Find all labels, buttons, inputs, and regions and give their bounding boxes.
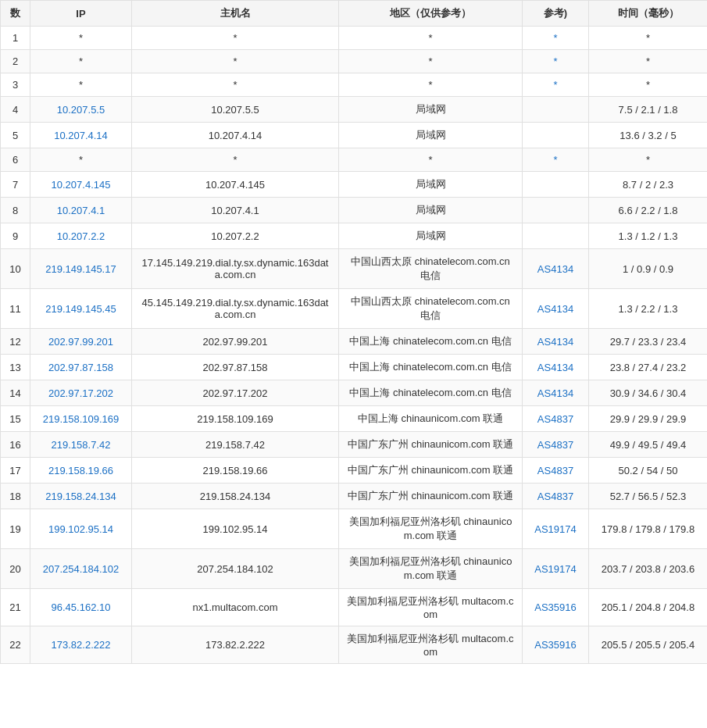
ip-link[interactable]: 10.207.5.5 (57, 104, 105, 116)
cell-ip[interactable]: 10.207.5.5 (30, 97, 132, 123)
ip-link[interactable]: 10.207.4.145 (52, 179, 111, 191)
asn-link[interactable]: * (553, 154, 557, 166)
ip-link[interactable]: 219.158.24.134 (45, 491, 116, 502)
cell-asn[interactable]: * (523, 27, 589, 50)
cell-ip[interactable]: 202.97.99.201 (30, 329, 132, 355)
cell-host: nx1.multacom.com (132, 589, 339, 626)
asn-link[interactable]: AS35916 (534, 601, 577, 613)
asn-link[interactable]: AS4134 (537, 336, 573, 348)
asn-link[interactable]: AS4134 (537, 303, 573, 315)
asn-link[interactable]: AS4837 (537, 465, 573, 476)
cell-num: 19 (1, 509, 30, 549)
cell-ip[interactable]: 202.97.17.202 (30, 380, 132, 406)
cell-num: 10 (1, 249, 30, 289)
cell-host: 45.145.149.219.dial.ty.sx.dynamic.163dat… (132, 289, 339, 329)
cell-ip[interactable]: 10.207.2.2 (30, 223, 132, 249)
ip-link[interactable]: 10.207.2.2 (57, 230, 105, 242)
cell-ip[interactable]: 10.207.4.1 (30, 198, 132, 223)
asn-link[interactable]: AS4837 (537, 491, 573, 502)
cell-host: * (132, 27, 339, 50)
ip-link[interactable]: 202.97.87.158 (48, 362, 113, 373)
asn-link[interactable]: * (553, 32, 557, 44)
cell-time: 23.8 / 27.4 / 23.2 (589, 355, 708, 380)
asn-link[interactable]: AS4134 (537, 263, 573, 275)
cell-region: 中国上海 chinatelecom.com.cn 电信 (339, 329, 523, 355)
ip-link[interactable]: 219.149.145.45 (45, 303, 116, 315)
cell-ip[interactable]: 10.207.4.14 (30, 123, 132, 148)
cell-ip[interactable]: 219.149.145.45 (30, 289, 132, 329)
cell-asn[interactable]: AS4134 (523, 289, 589, 329)
cell-asn[interactable]: AS35916 (523, 589, 589, 626)
cell-ip: * (30, 148, 132, 172)
cell-ip[interactable]: 207.254.184.102 (30, 549, 132, 589)
cell-num: 20 (1, 549, 30, 589)
ip-link[interactable]: 207.254.184.102 (43, 563, 120, 575)
cell-asn[interactable]: AS35916 (523, 626, 589, 664)
cell-asn[interactable]: AS19174 (523, 549, 589, 589)
ip-link[interactable]: 96.45.162.10 (52, 601, 111, 613)
asn-link[interactable]: AS19174 (534, 563, 577, 575)
cell-ip[interactable]: 219.158.19.66 (30, 458, 132, 484)
cell-ip[interactable]: 96.45.162.10 (30, 589, 132, 626)
cell-num: 12 (1, 329, 30, 355)
cell-ip[interactable]: 219.158.7.42 (30, 432, 132, 458)
cell-asn[interactable]: * (523, 50, 589, 73)
cell-asn[interactable]: AS4134 (523, 380, 589, 406)
ip-link[interactable]: 219.158.109.169 (43, 413, 120, 425)
cell-asn[interactable]: AS4837 (523, 406, 589, 432)
cell-asn[interactable]: * (523, 148, 589, 172)
ip-link[interactable]: 10.207.4.1 (57, 205, 105, 216)
cell-host: 219.158.24.134 (132, 484, 339, 509)
asn-link[interactable]: AS35916 (534, 639, 577, 651)
asn-link[interactable]: AS4837 (537, 439, 573, 451)
cell-num: 17 (1, 458, 30, 484)
cell-num: 6 (1, 148, 30, 172)
cell-ip[interactable]: 219.158.24.134 (30, 484, 132, 509)
cell-host: 207.254.184.102 (132, 549, 339, 589)
table-row: 6***** (1, 148, 708, 172)
cell-time: 1 / 0.9 / 0.9 (589, 249, 708, 289)
cell-host: 219.158.109.169 (132, 406, 339, 432)
header-asn: 参考) (523, 1, 589, 27)
cell-ip: * (30, 27, 132, 50)
ip-link[interactable]: 173.82.2.222 (52, 639, 111, 651)
cell-ip[interactable]: 173.82.2.222 (30, 626, 132, 664)
cell-asn[interactable]: AS4134 (523, 355, 589, 380)
cell-asn[interactable]: AS4837 (523, 432, 589, 458)
cell-num: 14 (1, 380, 30, 406)
ip-link[interactable]: 202.97.99.201 (48, 336, 113, 348)
cell-asn[interactable]: AS4837 (523, 484, 589, 509)
cell-asn[interactable]: AS19174 (523, 509, 589, 549)
cell-ip[interactable]: 199.102.95.14 (30, 509, 132, 549)
cell-ip[interactable]: 10.207.4.145 (30, 172, 132, 198)
cell-region: 中国广东广州 chinaunicom.com 联通 (339, 458, 523, 484)
cell-region: * (339, 73, 523, 97)
cell-ip[interactable]: 219.149.145.17 (30, 249, 132, 289)
cell-num: 15 (1, 406, 30, 432)
cell-asn[interactable]: AS4837 (523, 458, 589, 484)
cell-time: 13.6 / 3.2 / 5 (589, 123, 708, 148)
ip-link[interactable]: 219.158.19.66 (48, 465, 113, 476)
cell-asn[interactable]: * (523, 73, 589, 97)
ip-link[interactable]: 219.149.145.17 (45, 263, 116, 275)
cell-time: 52.7 / 56.5 / 52.3 (589, 484, 708, 509)
asn-link[interactable]: * (553, 79, 557, 91)
cell-time: 1.3 / 2.2 / 1.3 (589, 289, 708, 329)
table-row: 710.207.4.14510.207.4.145局域网8.7 / 2 / 2.… (1, 172, 708, 198)
cell-region: * (339, 148, 523, 172)
asn-link[interactable]: AS4134 (537, 362, 573, 373)
cell-ip[interactable]: 202.97.87.158 (30, 355, 132, 380)
cell-ip[interactable]: 219.158.109.169 (30, 406, 132, 432)
ip-link[interactable]: 10.207.4.14 (54, 130, 108, 141)
cell-asn[interactable]: AS4134 (523, 329, 589, 355)
ip-link[interactable]: 202.97.17.202 (48, 387, 113, 399)
asn-link[interactable]: AS4134 (537, 387, 573, 399)
cell-num: 3 (1, 73, 30, 97)
asn-link[interactable]: AS4837 (537, 413, 573, 425)
asn-link[interactable]: * (553, 55, 557, 67)
ip-link[interactable]: 199.102.95.14 (48, 523, 113, 535)
asn-link[interactable]: AS19174 (534, 523, 577, 535)
table-row: 19199.102.95.14199.102.95.14美国加利福尼亚州洛杉矶 … (1, 509, 708, 549)
ip-link[interactable]: 219.158.7.42 (52, 439, 111, 451)
cell-asn[interactable]: AS4134 (523, 249, 589, 289)
